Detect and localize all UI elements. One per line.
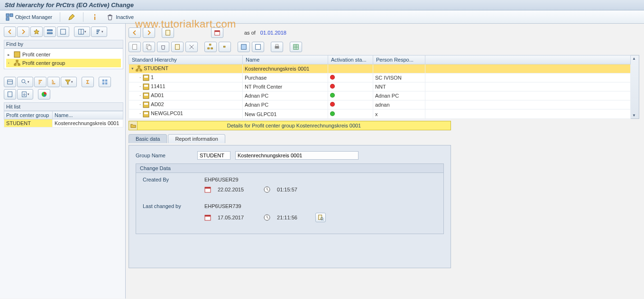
- object-manager-button[interactable]: Object Manager: [3, 12, 55, 22]
- group-name-code-field[interactable]: [197, 151, 230, 160]
- filter-icon: [64, 79, 71, 85]
- hit-list-header: Hit list: [4, 102, 123, 111]
- grid-cell-name: Adnan PC: [243, 91, 328, 100]
- svg-rect-30: [147, 45, 151, 50]
- svg-rect-55: [144, 103, 148, 105]
- group-name-desc-field[interactable]: [235, 151, 359, 160]
- inactive-button[interactable]: Inactive: [103, 12, 137, 22]
- hit-find-button[interactable]: ▾: [17, 77, 33, 87]
- r-doc-button[interactable]: [171, 42, 184, 52]
- svg-line-66: [322, 219, 323, 220]
- hit-detail-button[interactable]: [4, 77, 16, 87]
- r-cut-button[interactable]: [185, 42, 198, 52]
- asof-date: 01.01.2018: [260, 30, 286, 36]
- r-copy-button[interactable]: [143, 42, 155, 52]
- created-date-value: 22.02.2015: [218, 187, 244, 192]
- edit-button[interactable]: [65, 12, 78, 22]
- grid-cell-code: STUDENT: [144, 65, 168, 71]
- hit-col-name[interactable]: Name...: [52, 111, 123, 119]
- change-log-button[interactable]: [315, 213, 326, 222]
- nav-sort-button[interactable]: ▾: [91, 27, 107, 37]
- hit-col-group[interactable]: Profit center group: [4, 111, 53, 119]
- nav-collapse-button[interactable]: [44, 27, 56, 37]
- window-title: Std hierarchy for PrCtrs (EO Active) Cha…: [0, 0, 644, 10]
- sort-desc-icon: [50, 79, 57, 85]
- grid-row[interactable]: ·AD01Adnan PCAdnan PC: [129, 91, 631, 100]
- last-changed-label: Last changed by: [143, 203, 200, 209]
- r-delete-button[interactable]: [157, 42, 169, 52]
- nav-snapshot-button[interactable]: [30, 27, 43, 37]
- r-expand-button[interactable]: [204, 42, 217, 52]
- hit-row[interactable]: STUDENT Kostenrechnungskreis 0001: [4, 119, 123, 127]
- grid-icon: [101, 79, 108, 85]
- grid-col-hierarchy[interactable]: Standard Hierarchy: [129, 55, 243, 64]
- folder-icon[interactable]: [129, 121, 138, 130]
- nav-forward-button[interactable]: [17, 27, 29, 37]
- r-deselect-button[interactable]: [252, 42, 264, 52]
- grid-row[interactable]: ·11411NT Profit CenterNNT: [129, 82, 631, 91]
- calendar-icon: [204, 186, 211, 193]
- nav-layout-button[interactable]: ▾: [74, 27, 90, 37]
- created-time-value: 01:15:57: [277, 187, 297, 192]
- profit-center-icon: [14, 51, 20, 58]
- grid-cell-person: adnan: [373, 100, 425, 109]
- last-changed-by-value: EHP6USER739: [204, 203, 241, 209]
- svg-rect-1: [10, 14, 13, 17]
- svg-rect-11: [16, 60, 18, 62]
- info-button[interactable]: [88, 12, 101, 22]
- hit-sort-desc-button[interactable]: [47, 77, 60, 87]
- r-forward-button[interactable]: [143, 27, 155, 38]
- sigma-icon: Σ: [86, 79, 90, 85]
- r-detail-button[interactable]: [162, 27, 174, 38]
- grid-cell-code: AD01: [151, 92, 164, 98]
- grid-col-name[interactable]: Name: [243, 55, 328, 64]
- hit-sum-button[interactable]: Σ: [82, 77, 94, 87]
- grid-row[interactable]: ▾STUDENTKostenrechnungskreis 0001: [129, 64, 631, 73]
- grid-row[interactable]: ·1PurchaseSC IVISON: [129, 73, 631, 82]
- asof-label: as of: [244, 30, 256, 36]
- r-keydate-button[interactable]: [211, 27, 223, 38]
- tab-report-info[interactable]: Report information: [168, 134, 225, 143]
- r-print-button[interactable]: [271, 42, 283, 52]
- r-back-button[interactable]: [129, 27, 141, 38]
- svg-rect-51: [144, 85, 148, 87]
- svg-rect-21: [105, 82, 107, 84]
- r-selectall-button[interactable]: [238, 42, 250, 52]
- grid-cell-name: Kostenrechnungskreis 0001: [243, 64, 328, 73]
- right-toolbar-2: [129, 41, 639, 53]
- scroll-up-icon[interactable]: ▲: [632, 56, 636, 61]
- grid-col-person[interactable]: Person Respo...: [373, 55, 425, 64]
- svg-rect-59: [205, 187, 211, 189]
- hit-filter-button[interactable]: ▾: [61, 77, 77, 87]
- nav-back-button[interactable]: [4, 27, 16, 37]
- svg-rect-28: [133, 45, 137, 50]
- grid-row[interactable]: ·NEWGLPC01New GLPC01x: [129, 109, 631, 118]
- tree-item-profit-center-group[interactable]: · Profit center group: [6, 59, 121, 67]
- svg-rect-32: [209, 44, 211, 45]
- grid-col-activation[interactable]: Activation sta...: [328, 55, 373, 64]
- arrow-left-icon: [131, 29, 138, 36]
- hit-layout1-button[interactable]: [99, 77, 111, 87]
- r-create-button[interactable]: [129, 42, 141, 52]
- scissors-icon: [188, 44, 195, 50]
- hit-chart-button[interactable]: [38, 89, 50, 100]
- grid-scrollbar[interactable]: ▲ ▼: [631, 55, 639, 119]
- tree-item-profit-center[interactable]: ▸ Profit center: [6, 50, 121, 59]
- info-icon: [91, 13, 99, 21]
- hit-export-button[interactable]: [4, 89, 16, 100]
- grid-cell-person: NNT: [373, 82, 425, 91]
- r-collapse-button[interactable]: [219, 42, 231, 52]
- inactive-label: Inactive: [116, 14, 134, 20]
- hit-export-menu-button[interactable]: ▾: [17, 89, 33, 100]
- print-icon: [274, 44, 280, 50]
- grid-row[interactable]: ·AD02Adnan PCadnan: [129, 100, 631, 109]
- tab-basic-data[interactable]: Basic data: [129, 134, 167, 143]
- nav-expand-button[interactable]: [57, 27, 69, 37]
- scroll-down-icon[interactable]: ▼: [632, 113, 636, 118]
- grid-cell-status: [328, 109, 373, 118]
- hit-sort-asc-button[interactable]: [34, 77, 46, 87]
- r-spreadsheet-button[interactable]: [290, 42, 302, 52]
- tree-expand-icon[interactable]: ▸: [7, 52, 12, 58]
- spreadsheet-icon: [293, 44, 299, 50]
- grid-cell-status: [328, 100, 373, 109]
